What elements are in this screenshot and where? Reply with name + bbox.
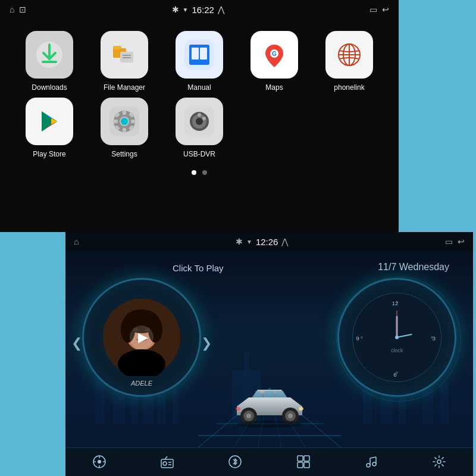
clock-circle: 12 3 6 9: [337, 278, 456, 397]
bottom-nav: Navi Radio BT Apps Music: [65, 447, 473, 476]
svg-point-40: [196, 118, 203, 125]
bottom-status-bar: ⌂ ✱ ▼ 12:26 ⋀ ▭ ↩: [65, 232, 473, 251]
usbdvr-icon-bg: [176, 98, 223, 145]
svg-point-99: [98, 460, 101, 464]
play-button[interactable]: ▶: [130, 325, 154, 349]
apps-icon: [296, 455, 311, 472]
nav-item-navi[interactable]: Navi: [65, 455, 133, 477]
bluetooth-icon-bottom: ✱: [236, 237, 243, 246]
dot-1[interactable]: [192, 170, 196, 175]
nav-item-radio[interactable]: Radio: [133, 455, 201, 477]
playstore-icon-bg: [26, 98, 73, 145]
top-panel: ⌂ ⊡ ✱ ▼ 16:22 ⋀ ▭ ↩ Downloads: [0, 0, 399, 232]
downloads-label: Downloads: [32, 83, 67, 92]
click-to-play-text[interactable]: Click To Play: [173, 263, 224, 273]
screenshot-icon[interactable]: ⊡: [19, 5, 26, 14]
app-item-settings[interactable]: Settings: [87, 98, 162, 158]
app-item-usbdvr[interactable]: USB-DVR: [162, 98, 237, 158]
app-item-phonelink[interactable]: phonelink: [312, 31, 387, 92]
nav-item-settings[interactable]: Settings: [405, 455, 473, 477]
svg-text:clock: clock: [391, 347, 403, 353]
maps-icon-bg: G: [250, 31, 298, 79]
svg-rect-56: [440, 382, 449, 424]
svg-rect-11: [200, 48, 207, 60]
settings-nav-icon: [432, 455, 446, 472]
wifi-icon: ⋀: [218, 5, 224, 14]
playstore-label: Play Store: [33, 150, 65, 158]
top-status-bar: ⌂ ⊡ ✱ ▼ 16:22 ⋀ ▭ ↩: [0, 0, 399, 19]
svg-rect-29: [123, 128, 126, 133]
expand-icon-bottom: ⋀: [281, 237, 288, 246]
svg-rect-110: [298, 456, 303, 461]
filemanager-icon-bg: [101, 31, 148, 79]
settings-icon-bg: [101, 98, 148, 145]
app-item-filemanager[interactable]: File Manager: [87, 31, 162, 92]
screen-cast-icon[interactable]: ▭: [369, 5, 377, 14]
phonelink-icon-bg: [325, 31, 373, 79]
date-display: 11/7 Wednesday: [378, 262, 449, 273]
svg-rect-111: [304, 456, 309, 461]
prev-track-button[interactable]: ❮: [71, 336, 82, 351]
signal-icon: ▼: [183, 7, 189, 13]
app-item-manual[interactable]: Manual: [162, 31, 237, 92]
app-grid: Downloads File Manager: [0, 19, 399, 164]
bottom-status-right: ▭ ↩: [445, 237, 465, 246]
svg-rect-4: [113, 46, 121, 49]
svg-point-115: [372, 462, 376, 466]
home-icon[interactable]: ⌂: [10, 5, 14, 14]
dot-2[interactable]: [202, 170, 207, 175]
svg-point-96: [395, 336, 399, 339]
bluetooth-icon: ✱: [172, 5, 179, 14]
nav-item-apps[interactable]: Apps: [270, 455, 337, 477]
screen-icon-bottom[interactable]: ▭: [445, 237, 453, 246]
svg-point-114: [367, 464, 370, 467]
usbdvr-label: USB-DVR: [183, 150, 215, 158]
app-item-playstore[interactable]: Play Store: [12, 98, 87, 158]
pagination-dots: [0, 170, 399, 175]
music-circle[interactable]: ▶ ADELE: [82, 278, 201, 397]
svg-text:9: 9: [356, 335, 359, 342]
svg-point-81: [288, 414, 293, 418]
navi-icon: [92, 455, 107, 472]
status-center: ✱ ▼ 16:22 ⋀: [172, 5, 224, 15]
svg-point-78: [246, 414, 251, 418]
bt-icon: [228, 455, 242, 472]
bottom-panel: ⌂ ✱ ▼ 12:26 ⋀ ▭ ↩: [65, 232, 473, 476]
svg-point-105: [163, 462, 167, 465]
svg-point-41: [198, 113, 201, 117]
nav-item-bt[interactable]: BT: [201, 455, 269, 477]
bottom-status-center: ✱ ▼ 12:26 ⋀: [236, 237, 288, 247]
home-icon-bottom[interactable]: ⌂: [74, 237, 79, 246]
svg-rect-1: [42, 61, 57, 63]
next-track-button[interactable]: ❯: [201, 336, 212, 351]
back-icon-bottom[interactable]: ↩: [458, 237, 465, 246]
svg-point-36: [121, 118, 128, 125]
status-right: ▭ ↩: [369, 5, 389, 14]
settings-label: Settings: [111, 150, 137, 158]
svg-line-117: [370, 457, 376, 458]
car-display: [225, 383, 314, 433]
manual-icon-bg: [176, 31, 223, 79]
clock-time-bottom: 12:26: [256, 237, 278, 247]
svg-rect-113: [304, 462, 309, 468]
svg-point-91: [361, 336, 363, 339]
svg-rect-30: [113, 120, 118, 123]
manual-label: Manual: [187, 83, 211, 92]
svg-rect-112: [298, 462, 303, 468]
signal-icon-bottom: ▼: [246, 239, 252, 245]
svg-rect-31: [131, 120, 136, 123]
artist-label: ADELE: [84, 380, 199, 387]
svg-point-89: [396, 301, 398, 303]
app-item-downloads[interactable]: Downloads: [12, 31, 87, 92]
svg-line-94: [397, 334, 412, 337]
app-item-maps[interactable]: G Maps: [237, 31, 312, 92]
clock-time-top: 16:22: [192, 5, 214, 15]
svg-point-119: [437, 460, 441, 464]
maps-label: Maps: [265, 83, 283, 92]
filemanager-label: File Manager: [104, 83, 145, 92]
back-icon-top[interactable]: ↩: [382, 5, 389, 14]
nav-item-music[interactable]: Music: [337, 455, 405, 477]
svg-point-90: [396, 371, 398, 374]
svg-rect-5: [120, 52, 133, 62]
svg-rect-28: [123, 110, 126, 115]
